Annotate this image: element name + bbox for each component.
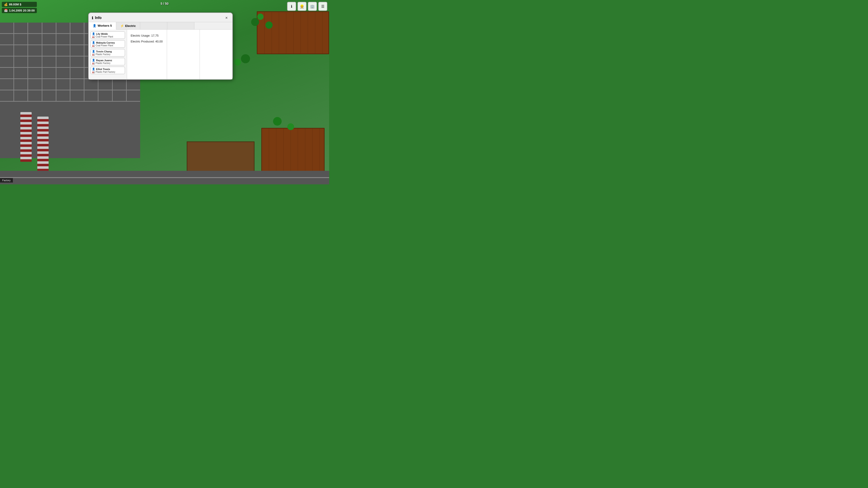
tree-6 (273, 117, 282, 126)
worker-card-3[interactable]: 👤 Rayan Juarez 🏭 Plastic Factory (90, 58, 125, 65)
worker-job-4: 🏭 Plastic Part Factory (92, 71, 123, 73)
worker-card-0[interactable]: 👤 Lily Webb 🏭 Coal Power Plant (90, 31, 125, 39)
worker-name-0: 👤 Lily Webb (92, 32, 123, 35)
electric-produced: Electric Produced: 40,00 (131, 39, 163, 44)
tab-electric[interactable]: ⚡ Electric (116, 22, 140, 29)
tab-workers[interactable]: 👤 Workers 5 (89, 22, 116, 30)
dialog-tab-bar: 👤 Workers 5 ⚡ Electric (89, 22, 232, 30)
workers-tab-label: Workers 5 (98, 24, 112, 27)
dialog-title: ℹ Info (92, 16, 101, 20)
calendar-icon: 📅 (4, 9, 8, 12)
workers-panel: 👤 Lily Webb 🏭 Coal Power Plant 👤 Makayla… (89, 30, 127, 79)
money-value: 89.93M $ (9, 3, 21, 6)
tree-3 (266, 22, 273, 29)
worker-job-icon-3: 🏭 (92, 62, 95, 64)
dialog-title-text: Info (95, 16, 101, 20)
worker-icon-1: 👤 (92, 41, 95, 44)
worker-name-4: 👤 Elliot Travis (92, 68, 123, 70)
dialog-info-icon: ℹ (92, 16, 93, 20)
worker-icon-0: 👤 (92, 32, 95, 35)
worker-job-icon-4: 🏭 (92, 71, 95, 73)
worker-card-2[interactable]: 👤 Trevin Chang 🏭 Plastic Factory (90, 49, 125, 57)
tree-7 (287, 123, 294, 130)
time-value: 1.04.2005 20:39:00 (9, 9, 35, 12)
population-value: 5 / 50 (160, 2, 168, 5)
chimney-area (20, 112, 49, 171)
worker-name-3: 👤 Rayan Juarez (92, 59, 123, 62)
hud-top-left: 💰 89.93M $ 📅 1.04.2005 20:39:00 (2, 2, 37, 13)
worker-card-1[interactable]: 👤 Makayla Carney 🏭 Coal Power Plant (90, 40, 125, 48)
dialog-close-button[interactable]: × (224, 15, 229, 21)
tree-1 (251, 18, 259, 26)
electric-usage: Electric Usage: 17,75 (131, 33, 163, 39)
hud-population: 5 / 50 (160, 2, 168, 5)
worker-job-icon-0: 🏭 (92, 35, 95, 38)
worker-job-1: 🏭 Coal Power Plant (92, 44, 123, 47)
menu-hud-button[interactable]: ☰ (318, 2, 327, 11)
buildings-hud-button[interactable]: 🏢 (308, 2, 317, 11)
tree-2 (257, 13, 264, 20)
tab-4[interactable] (167, 22, 194, 29)
dialog-body: 👤 Lily Webb 🏭 Coal Power Plant 👤 Makayla… (89, 30, 232, 79)
empty-panel-3 (199, 30, 232, 79)
electric-tab-label: Electric (125, 24, 136, 28)
electric-info: Electric Usage: 17,75 Electric Produced:… (131, 33, 163, 44)
worker-icon-2: 👤 (92, 50, 95, 53)
hud-money: 💰 89.93M $ (2, 2, 37, 7)
factory-label: Factory (0, 178, 13, 183)
electric-panel: Electric Usage: 17,75 Electric Produced:… (127, 30, 167, 79)
worker-job-0: 🏭 Coal Power Plant (92, 35, 123, 38)
info-hud-button[interactable]: ℹ (287, 2, 296, 11)
workers-tab-icon: 👤 (93, 24, 96, 27)
hud-top-right: ℹ 👷 🏢 ☰ (287, 2, 327, 11)
worker-job-2: 🏭 Plastic Factory (92, 53, 123, 56)
tree-4 (241, 54, 250, 63)
worker-job-3: 🏭 Plastic Factory (92, 62, 123, 64)
worker-name-1: 👤 Makayla Carney (92, 41, 123, 44)
tab-3[interactable] (140, 22, 167, 29)
building-right-top (257, 11, 329, 54)
tree-5 (234, 59, 241, 66)
worker-card-4[interactable]: 👤 Elliot Travis 🏭 Plastic Part Factory (90, 67, 125, 74)
dialog-titlebar: ℹ Info × (89, 13, 232, 22)
workers-hud-button[interactable]: 👷 (298, 2, 307, 11)
road-bottom (0, 171, 329, 184)
electric-tab-icon: ⚡ (120, 24, 124, 28)
worker-name-2: 👤 Trevin Chang (92, 50, 123, 53)
worker-icon-3: 👤 (92, 59, 95, 62)
info-dialog: ℹ Info × 👤 Workers 5 ⚡ Electric 👤 Lily W… (88, 12, 233, 80)
building-right-bottom (261, 128, 324, 175)
worker-job-icon-2: 🏭 (92, 53, 95, 56)
worker-icon-4: 👤 (92, 68, 95, 70)
empty-panel-2 (167, 30, 199, 79)
worker-job-icon-1: 🏭 (92, 44, 95, 47)
money-icon: 💰 (4, 3, 8, 6)
hud-time: 📅 1.04.2005 20:39:00 (2, 8, 37, 13)
